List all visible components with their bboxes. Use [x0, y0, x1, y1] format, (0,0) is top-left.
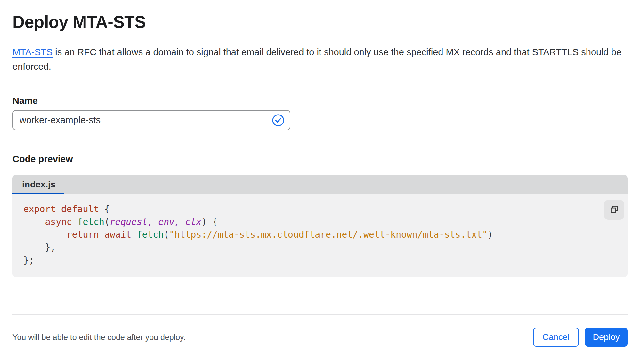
copy-icon	[609, 204, 620, 216]
page-title: Deploy MTA-STS	[12, 12, 628, 32]
copy-code-button[interactable]	[604, 200, 624, 220]
code-preview-block: index.js export default { async fetch(re…	[12, 175, 628, 277]
check-circle-icon	[272, 114, 285, 127]
footer-divider	[12, 314, 628, 315]
deploy-mta-sts-page: Deploy MTA-STS MTA-STS is an RFC that al…	[0, 12, 640, 347]
name-label: Name	[12, 96, 628, 106]
footer-note: You will be able to edit the code after …	[12, 333, 186, 342]
tab-index-js[interactable]: index.js	[12, 175, 65, 194]
code-tab-bar: index.js	[12, 175, 628, 194]
mta-sts-link[interactable]: MTA-STS	[12, 47, 53, 57]
cancel-button[interactable]: Cancel	[533, 328, 579, 347]
description: MTA-STS is an RFC that allows a domain t…	[12, 45, 622, 74]
code-editor: export default { async fetch(request, en…	[12, 194, 628, 277]
tab-label: index.js	[22, 179, 55, 190]
footer: You will be able to edit the code after …	[12, 328, 628, 347]
name-input-wrap	[12, 110, 290, 130]
name-input[interactable]	[12, 110, 290, 130]
footer-actions: Cancel Deploy	[533, 328, 628, 347]
description-text: is an RFC that allows a domain to signal…	[12, 47, 621, 72]
code-content: export default { async fetch(request, en…	[23, 203, 599, 267]
code-preview-label: Code preview	[12, 154, 628, 164]
deploy-button[interactable]: Deploy	[585, 328, 628, 347]
